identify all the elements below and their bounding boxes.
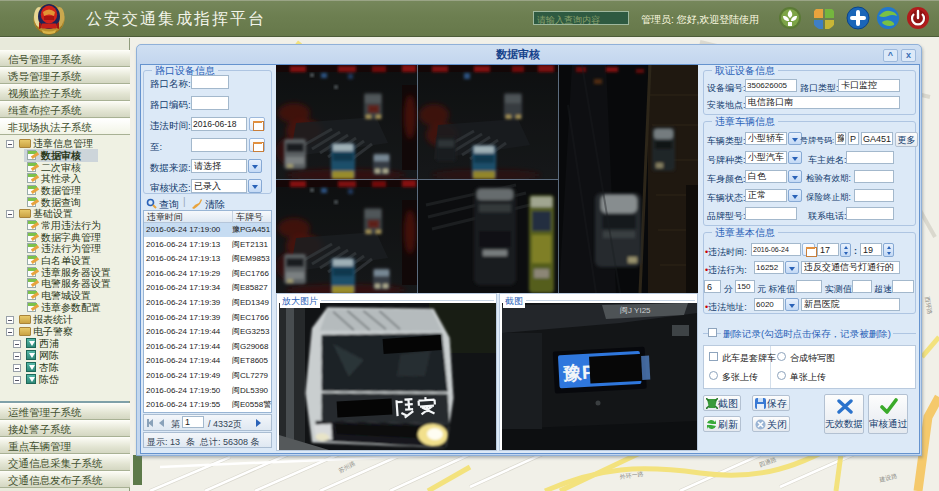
svg-text:闽J YI25: 闽J YI25 <box>620 306 651 315</box>
